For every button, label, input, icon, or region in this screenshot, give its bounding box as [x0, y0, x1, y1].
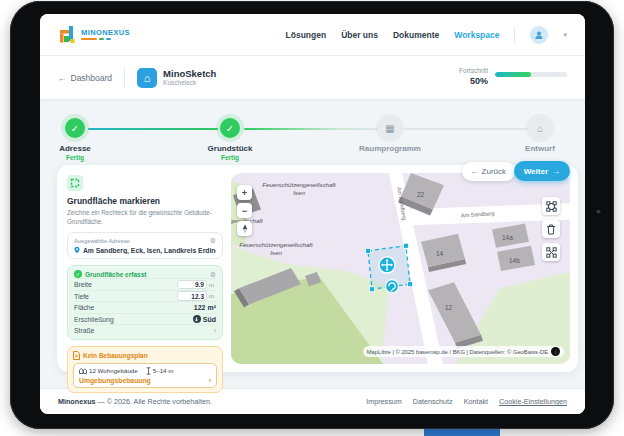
page-title: MinoSketch — [163, 68, 216, 79]
arrow-left-icon: ← — [58, 73, 67, 83]
metrics-title: Grundfläche erfasst — [85, 271, 207, 278]
panel-description: Zeichne ein Rechteck für die gewünschte … — [67, 208, 223, 226]
umgebung-card[interactable]: 12 Wohngebäude 5–14 m Umge — [73, 363, 217, 388]
tablet-frame: MINONEXUS Lösungen Über uns Dokumente Wo… — [10, 1, 614, 429]
nav-item-loesungen[interactable]: Lösungen — [286, 30, 327, 40]
footer-link-cookies[interactable]: Cookie-Einstellungen — [499, 397, 567, 406]
address-label: Ausgewählte Adresse — [74, 238, 130, 244]
progress-group: Fortschritt 50% — [459, 67, 567, 87]
metric-row-strasse[interactable]: Straße › — [74, 324, 216, 336]
draw-rectangle-button[interactable] — [542, 197, 560, 215]
footer-link-impressum[interactable]: Impressum — [366, 397, 402, 406]
zoom-out-button[interactable]: − — [237, 203, 252, 218]
bebauungsplan-card: Kein Bebauungsplan 12 Wohngebäude — [67, 346, 223, 393]
progress-fill — [495, 72, 531, 77]
check-icon: ✓ — [74, 270, 82, 278]
step-raumprogramm[interactable]: ▦ Raumprogramm — [358, 118, 422, 154]
chevron-right-icon: › — [209, 377, 211, 384]
footer-copyright: — © 2026. Alle Rechte vorbehalten. — [98, 397, 212, 406]
map-canvas: 22 14 14a 14b 12 Am Sandberg Am Sandberg — [231, 173, 570, 364]
brand-name: MINONEXUS — [81, 29, 130, 37]
metric-label: Fläche — [74, 304, 194, 311]
attribution-text: MapLibre | © 2025 basemap.de / BKG | Dat… — [367, 349, 548, 355]
height-ruler-icon — [146, 367, 151, 375]
brand-logo-icon — [58, 25, 77, 44]
back-link-label: Dashboard — [71, 73, 113, 83]
metric-label: Tiefe — [74, 293, 177, 300]
footer-brand: Minonexus — [58, 397, 96, 406]
user-avatar[interactable] — [530, 26, 548, 44]
arrow-right-icon: → — [552, 167, 560, 176]
top-navbar: MINONEXUS Lösungen Über uns Dokumente Wo… — [40, 14, 585, 56]
tiefe-input[interactable] — [177, 291, 207, 301]
step-status: Fertig — [198, 154, 262, 161]
map[interactable]: 22 14 14a 14b 12 Am Sandberg Am Sandberg — [231, 173, 570, 364]
brand-tagline — [81, 38, 130, 40]
poi-label: FeuerschützengesellschaftIsen — [249, 181, 349, 197]
next-button[interactable]: Weiter → — [514, 161, 570, 181]
zoom-in-button[interactable]: + — [237, 185, 252, 200]
gear-icon[interactable]: ⚙ — [210, 271, 216, 278]
metric-value: Süd — [203, 316, 216, 323]
arrow-left-icon: ← — [471, 167, 479, 176]
back-to-dashboard-link[interactable]: ← Dashboard — [58, 73, 112, 83]
metric-row-breite: Breite m — [74, 278, 216, 290]
info-icon[interactable]: i — [551, 347, 560, 356]
footer-link-datenschutz[interactable]: Datenschutz — [413, 397, 453, 406]
metric-unit: m — [209, 282, 216, 288]
move-handle[interactable] — [379, 257, 395, 273]
map-draw-tools — [542, 197, 560, 261]
address-value[interactable]: Am Sandberg, Eck, Isen, Landkreis Erding… — [83, 247, 216, 254]
document-icon — [73, 351, 80, 360]
project-name: Kuscheleck — [163, 79, 216, 87]
progress-value: 50% — [470, 76, 488, 88]
step-check-icon: ✓ — [220, 118, 240, 138]
svg-text:22: 22 — [417, 191, 425, 198]
page-subheader: ← Dashboard ⌂ MinoSketch Kuscheleck Fort… — [40, 56, 585, 100]
poi-label: FeuerschützengesellschaftIsen — [231, 241, 323, 257]
footer-link-kontakt[interactable]: Kontakt — [464, 397, 488, 406]
step-adresse[interactable]: ✓ Adresse Fertig — [43, 118, 107, 161]
step-label: Grundstück — [198, 144, 262, 153]
compass-button[interactable] — [237, 221, 252, 236]
nav-divider — [514, 27, 515, 43]
left-panel: Grundfläche markieren Zeichne ein Rechte… — [65, 173, 227, 364]
combine-nodes-button[interactable] — [542, 243, 560, 261]
mark-area-icon — [67, 175, 83, 191]
nav-item-workspace[interactable]: Workspace — [454, 30, 499, 40]
step-label: Adresse — [43, 144, 107, 153]
buildings-count: 12 Wohngebäude — [89, 367, 138, 374]
delete-button[interactable] — [542, 220, 560, 238]
house-icon: ⌂ — [530, 118, 550, 138]
selection-handle[interactable] — [404, 243, 409, 248]
chevron-down-icon[interactable]: ▾ — [563, 31, 567, 39]
metric-label: Erschließung — [74, 316, 193, 323]
step-entwurf[interactable]: ⌂ Entwurf — [508, 118, 572, 154]
nav-item-dokumente[interactable]: Dokumente — [393, 30, 439, 40]
metric-value: 122 m² — [194, 304, 216, 311]
map-controls: + − — [237, 185, 252, 236]
minosketch-app-icon: ⌂ — [137, 68, 157, 88]
step-check-icon: ✓ — [65, 118, 85, 138]
rotate-handle[interactable] — [386, 280, 399, 293]
step-status: Fertig — [43, 154, 107, 161]
selection-handle[interactable] — [370, 287, 375, 292]
breite-input[interactable] — [177, 280, 207, 290]
selection-handle[interactable] — [408, 282, 413, 287]
selection-handle[interactable] — [366, 248, 371, 253]
nav-item-ueber-uns[interactable]: Über uns — [341, 30, 378, 40]
svg-text:12: 12 — [445, 304, 453, 311]
map-attribution: MapLibre | © 2025 basemap.de / BKG | Dat… — [363, 346, 564, 357]
back-button-label: Zurück — [482, 167, 506, 176]
umgebungsbebauung-link[interactable]: Umgebungsbebauung › — [79, 377, 211, 384]
metric-row-erschliessung: Erschließung Süd — [74, 313, 216, 325]
height-range: 5–14 m — [153, 367, 174, 374]
svg-text:14: 14 — [436, 250, 444, 257]
back-button[interactable]: ← Zurück — [462, 162, 515, 181]
next-button-label: Weiter — [524, 167, 548, 176]
buildings-icon — [79, 367, 87, 374]
brand-logo[interactable]: MINONEXUS — [58, 25, 130, 44]
plan-link-label: Umgebungsbebauung — [79, 377, 151, 384]
step-grundstueck[interactable]: ✓ Grundstück Fertig — [198, 118, 262, 161]
gear-icon[interactable]: ⚙ — [210, 237, 216, 244]
